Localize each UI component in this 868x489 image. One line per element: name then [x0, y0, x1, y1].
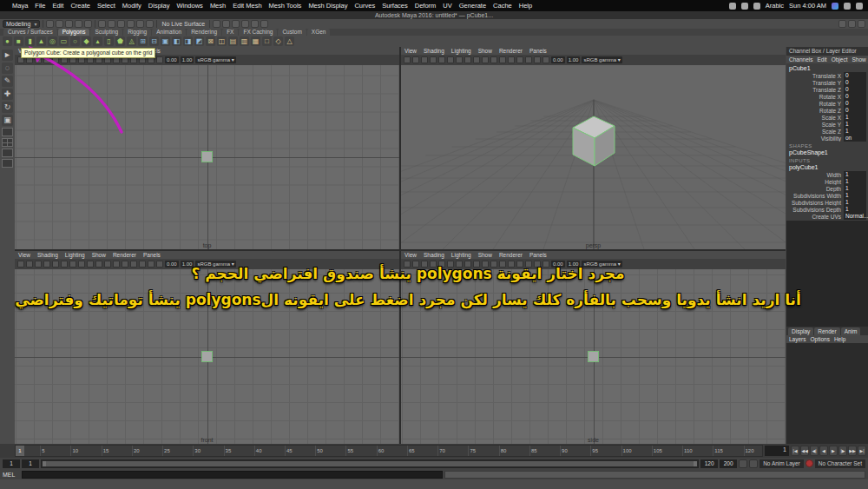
scale-tool-icon[interactable]: ▣ [2, 115, 13, 126]
multi-cut-icon[interactable]: ▥ [240, 36, 249, 46]
shaded-mode-icon[interactable] [482, 261, 489, 268]
notification-center-icon[interactable] [856, 3, 863, 10]
playback-end-field[interactable]: 120 [700, 459, 718, 468]
render-settings-icon[interactable] [241, 20, 249, 28]
channel-box-menu-show[interactable]: Show [852, 56, 865, 63]
viewport-gamma-field[interactable]: 1.00 [181, 261, 194, 268]
paint-select-tool-icon[interactable]: ✎ [2, 76, 13, 87]
viewport-canvas-top[interactable]: top [15, 65, 399, 249]
oversampling-icon[interactable] [69, 261, 76, 268]
ambient-occlusion-icon[interactable] [516, 56, 523, 63]
viewport-menu-renderer[interactable]: Renderer [499, 47, 523, 55]
viewport-menu-panels[interactable]: Panels [529, 47, 547, 55]
wireframe-mode-icon[interactable] [473, 56, 480, 63]
viewport-exposure-field[interactable]: 0.00 [551, 56, 565, 63]
menubar-item-generate[interactable]: Generate [459, 2, 486, 10]
channel-value-field[interactable]: 1 [844, 206, 866, 213]
viewport-menu-show[interactable]: Show [478, 251, 492, 259]
ambient-occlusion-icon[interactable] [130, 261, 137, 268]
viewport-menu-shading[interactable]: Shading [424, 251, 444, 259]
shape-node-name[interactable]: pCubeShape1 [788, 149, 866, 156]
viewport-top[interactable]: ViewShadingLightingShowRendererPanels0.0… [15, 47, 399, 249]
motion-blur-icon[interactable] [139, 261, 146, 268]
default-material-icon[interactable] [464, 56, 471, 63]
menubar-item-uv[interactable]: UV [443, 2, 451, 10]
ambient-occlusion-icon[interactable] [516, 261, 523, 268]
menubar-item-surfaces[interactable]: Surfaces [382, 2, 408, 10]
camera-attributes-icon[interactable] [35, 261, 42, 268]
menubar-item-curves[interactable]: Curves [354, 2, 375, 10]
input-source-indicator[interactable]: Arabic [766, 2, 784, 10]
channel-value-field[interactable]: 1 [844, 128, 866, 135]
persp-outliner-layout-button[interactable] [2, 149, 13, 157]
snap-to-projected-center-icon[interactable] [127, 20, 135, 28]
shelf-tab-fx[interactable]: FX [222, 29, 238, 36]
menubar-item-modify[interactable]: Modify [122, 2, 141, 10]
menubar-item-file[interactable]: File [35, 2, 45, 10]
channel-value-field[interactable]: 0 [844, 79, 866, 86]
menubar-item-cache[interactable]: Cache [493, 2, 512, 10]
command-input[interactable] [22, 471, 443, 479]
polygon-torus-icon[interactable]: ◎ [48, 36, 57, 46]
layer-menu-options[interactable]: Options [811, 335, 830, 343]
shelf-tab-sculpting[interactable]: Sculpting [90, 29, 122, 36]
shaded-mode-icon[interactable] [482, 56, 489, 63]
extrude-icon[interactable]: ⊠ [206, 36, 215, 46]
default-material-icon[interactable] [78, 261, 85, 268]
wireframe-mode-icon[interactable] [473, 261, 480, 268]
channel-value-field[interactable]: 1 [844, 199, 866, 206]
current-time-field[interactable]: 1 [765, 446, 789, 456]
redo-icon[interactable] [84, 20, 92, 28]
bookmarks-icon[interactable] [430, 261, 437, 268]
polygon-disc-icon[interactable]: ○ [70, 36, 80, 46]
shadows-icon[interactable] [122, 261, 128, 268]
channel-value-field[interactable]: 1 [844, 114, 866, 121]
pcube-mesh[interactable] [201, 151, 213, 162]
animation-end-field[interactable]: 200 [720, 459, 737, 468]
layer-tab-display[interactable]: Display [788, 327, 813, 335]
bookmarks-icon[interactable] [430, 56, 437, 63]
viewport-menu-renderer[interactable]: Renderer [499, 251, 523, 259]
channel-value-field[interactable]: 1 [844, 178, 866, 185]
polygon-prism-icon[interactable]: ⬟ [115, 36, 125, 46]
range-slider-handle[interactable] [43, 461, 697, 466]
menubar-item-edit-mesh[interactable]: Edit Mesh [233, 2, 261, 10]
shelf-tab-custom[interactable]: Custom [278, 29, 306, 36]
shelf-tab-xgen[interactable]: XGen [307, 29, 331, 36]
animation-start-field[interactable]: 1 [3, 459, 20, 468]
polygon-platonic-icon[interactable]: ◆ [82, 36, 91, 46]
lock-camera-icon[interactable] [412, 56, 419, 63]
shadows-icon[interactable] [508, 261, 515, 268]
character-set-selector[interactable]: No Character Set [815, 459, 865, 468]
channel-value-field[interactable]: 0 [844, 93, 866, 100]
multisampling-icon[interactable] [534, 261, 541, 268]
viewport-front[interactable]: ViewShadingLightingShowRendererPanels0.0… [15, 251, 399, 444]
gate-mask-icon[interactable] [156, 261, 163, 268]
step-back-key-button[interactable]: ◀| [810, 446, 819, 456]
oversampling-icon[interactable] [456, 261, 463, 268]
menubar-item-deform[interactable]: Deform [415, 2, 437, 10]
shelf-tab-animation[interactable]: Animation [152, 29, 186, 36]
channel-value-field[interactable]: 0 [844, 72, 866, 79]
keyboard-icon[interactable] [729, 3, 736, 10]
single-pane-layout-button[interactable] [2, 128, 13, 136]
viewport-colorspace-select[interactable]: sRGB gamma ▾ [582, 56, 621, 63]
menubar-item-edit[interactable]: Edit [52, 2, 63, 10]
menubar-item-create[interactable]: Create [70, 2, 90, 10]
snap-to-view-plane-icon[interactable] [136, 20, 144, 28]
image-plane-icon[interactable] [438, 261, 445, 268]
menu-set-selector[interactable]: Modeling ▾ [3, 20, 40, 28]
new-scene-icon[interactable] [46, 20, 54, 28]
2d-pan-zoom-icon[interactable] [61, 261, 68, 268]
2d-pan-zoom-icon[interactable] [447, 261, 454, 268]
layer-tab-render[interactable]: Render [814, 327, 839, 335]
bookmarks-icon[interactable] [43, 261, 50, 268]
pcube-mesh[interactable] [571, 114, 616, 168]
render-current-frame-icon[interactable] [222, 20, 230, 28]
tool-settings-toggle-icon[interactable] [848, 20, 856, 28]
textured-mode-icon[interactable] [104, 261, 111, 268]
undo-icon[interactable] [75, 20, 82, 28]
default-material-icon[interactable] [464, 261, 471, 268]
paint-effects-icon[interactable] [251, 20, 259, 28]
lock-camera-icon[interactable] [26, 261, 33, 268]
